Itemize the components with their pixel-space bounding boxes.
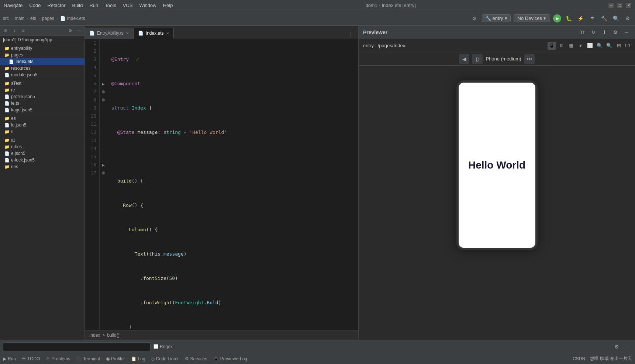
menu-refactor[interactable]: Refactor	[47, 3, 65, 8]
pp-zoom-out-icon[interactable]: 🔍	[596, 42, 604, 50]
sidebar-item-es[interactable]: 📁 es	[0, 115, 84, 122]
regex-label[interactable]: Regex	[153, 344, 173, 349]
code-linter-status-item[interactable]: ◇ Code Linter	[151, 356, 179, 361]
gutter-indicators: ▶ ▶	[100, 39, 107, 330]
entry-icon: 🔧	[485, 15, 491, 21]
maximize-button[interactable]: □	[617, 3, 622, 8]
sidebar-item-ries[interactable]: 📁 ries	[0, 163, 84, 170]
sidebar-item-erties[interactable]: 📁 erties	[0, 143, 84, 150]
run-status-item[interactable]: ▶ Run	[3, 356, 16, 361]
pp-crop-icon[interactable]: ⊞	[615, 42, 623, 50]
sidebar-item-stest[interactable]: 📁 sTest	[0, 80, 84, 87]
no-devices-button[interactable]: No Devices ▾	[514, 14, 550, 22]
menu-window[interactable]: Window	[139, 3, 156, 8]
sidebar-settings-icon[interactable]: ⚙	[67, 27, 73, 34]
settings-icon[interactable]: ⚙	[470, 14, 479, 23]
sidebar-item-pages[interactable]: 📂 pages	[0, 52, 84, 58]
gutter-dot-8	[102, 98, 105, 101]
terminal-status-item[interactable]: ⬛ Terminal	[76, 356, 100, 361]
tabs-menu-icon[interactable]: ⋮	[346, 30, 355, 39]
pp-resize-icon[interactable]: ⬜	[586, 42, 594, 50]
previewer-log-status-item[interactable]: 📱 PreviewerLog	[213, 356, 247, 361]
debug-icon[interactable]: 🐛	[564, 14, 573, 23]
code-editor[interactable]: 1 2 3 4 5 6 7 8 9 10 11 12 13 14 15 16 1…	[85, 39, 358, 330]
pp-phone-icon[interactable]: 📱	[548, 42, 556, 50]
todo-status-item[interactable]: ☰ TODO	[22, 356, 40, 361]
tab-entry-ability[interactable]: 📄 EntryAbility.ts ✕	[85, 28, 134, 39]
minimize-button[interactable]: ─	[608, 3, 614, 8]
breadcrumb-index[interactable]: Index	[89, 333, 100, 338]
settings2-icon[interactable]: ⚙	[623, 14, 632, 23]
sidebar-item-e-json[interactable]: 📄 e.json5	[0, 150, 84, 157]
menu-navigate[interactable]: Navigate	[4, 3, 23, 8]
sidebar-sort-icon[interactable]: ↕	[11, 27, 18, 34]
previewer-close-icon[interactable]: ─	[622, 28, 631, 37]
sidebar-item-e-lock[interactable]: 📄 e-lock.json5	[0, 157, 84, 163]
pp-chevron-icon[interactable]: ▾	[576, 42, 584, 50]
menu-tools[interactable]: Tools	[105, 3, 116, 8]
sidebar-item-s[interactable]: 📁 s	[0, 128, 84, 135]
services-label: Services	[190, 356, 207, 361]
menu-code[interactable]: Code	[29, 3, 41, 8]
run-button[interactable]: ▶	[553, 14, 561, 22]
services-status-item[interactable]: ⚙ Services	[185, 356, 207, 361]
breadcrumb-main[interactable]: main	[15, 16, 24, 21]
profile-icon[interactable]: ⚡	[576, 14, 585, 23]
sidebar-item-re[interactable]: 📁 re	[0, 87, 84, 93]
previewer-icon1[interactable]: Tr	[578, 28, 586, 37]
pp-grid-icon[interactable]: ▦	[567, 42, 575, 50]
tab-index-ets[interactable]: 📄 Index.ets ✕	[134, 28, 174, 39]
sidebar-filter-icon[interactable]: ≡	[20, 27, 27, 34]
menu-run[interactable]: Run	[89, 3, 98, 8]
search-input[interactable]	[3, 342, 151, 351]
breadcrumb-pages[interactable]: pages	[42, 16, 54, 21]
sidebar-close-icon[interactable]: ─	[76, 27, 82, 34]
breadcrumb-file[interactable]: Index.ets	[67, 16, 85, 21]
device-more-button[interactable]: •••	[524, 54, 535, 64]
menu-vcs[interactable]: VCS	[123, 3, 133, 8]
toolbar: src › main › ets › pages › 📄 Index.ets ⚙…	[0, 11, 635, 26]
sidebar-item-le-json[interactable]: 📄 le.json5	[0, 122, 84, 128]
tab-index-ets-close[interactable]: ✕	[166, 31, 169, 35]
bottom-close-icon[interactable]: ─	[623, 342, 632, 351]
sidebar-item-module[interactable]: 📄 module.json5	[0, 72, 84, 78]
profiler-status-item[interactable]: ◉ Profiler	[106, 356, 125, 361]
log-label: Log	[138, 356, 145, 361]
close-button[interactable]: ✕	[626, 3, 631, 8]
previewer-settings-icon[interactable]: ⚙	[611, 28, 620, 37]
build-icon[interactable]: 🔨	[600, 14, 608, 23]
breadcrumb-build[interactable]: build()	[107, 333, 119, 338]
code-line-7: Row () {	[111, 201, 354, 209]
device-portrait-button[interactable]: ▯	[472, 54, 483, 64]
sidebar-item-kage[interactable]: 📄 kage.json5	[0, 107, 84, 113]
bottom-settings-icon[interactable]: ⚙	[612, 342, 621, 351]
sidebar-item-profile[interactable]: 📄 profile.json5	[0, 93, 84, 100]
file-icon: 📄	[4, 123, 10, 128]
sidebar-item-entryability[interactable]: 📁 entryability	[0, 45, 84, 52]
coverage-icon[interactable]: ☂	[588, 14, 597, 23]
sidebar-item-index-ets[interactable]: 📄 Index.ets	[0, 58, 84, 65]
code-content[interactable]: @Entry ✓ @Component struct Index { @Stat…	[107, 39, 358, 330]
sidebar-item-at[interactable]: 📁 at	[0, 137, 84, 143]
entry-dropdown[interactable]: 🔧 entry ▾	[482, 14, 511, 22]
problems-status-item[interactable]: ⚠ Problems	[46, 356, 70, 361]
previewer-refresh-icon[interactable]: ↻	[589, 28, 597, 37]
search-icon[interactable]: 🔍	[611, 14, 620, 23]
previewer-device-icon[interactable]: ⬇	[600, 28, 608, 37]
status-right-text: @跟 耿瑞 卷出一片天	[590, 356, 632, 362]
csdn-label[interactable]: CSDN	[573, 356, 585, 361]
menu-build[interactable]: Build	[72, 3, 83, 8]
pp-layers-icon[interactable]: ⧉	[557, 42, 565, 50]
regex-checkbox[interactable]	[153, 344, 158, 349]
device-back-button[interactable]: ◀	[459, 54, 469, 64]
tab-entry-ability-close[interactable]: ✕	[126, 31, 129, 35]
sidebar-item-resources[interactable]: 📁 resources	[0, 65, 84, 72]
sidebar-item-le-ts[interactable]: 📄 le.ts	[0, 100, 84, 107]
pp-zoom-in-icon[interactable]: 🔍	[605, 42, 613, 50]
menu-help[interactable]: Help	[163, 3, 173, 8]
sidebar-collapse-icon[interactable]: ⊕	[2, 27, 9, 34]
log-status-item[interactable]: 📋 Log	[131, 356, 145, 361]
breadcrumb-ets[interactable]: ets	[30, 16, 36, 21]
breadcrumb-src[interactable]: src	[3, 16, 9, 21]
code-line-1: @Entry ✓	[111, 55, 354, 63]
